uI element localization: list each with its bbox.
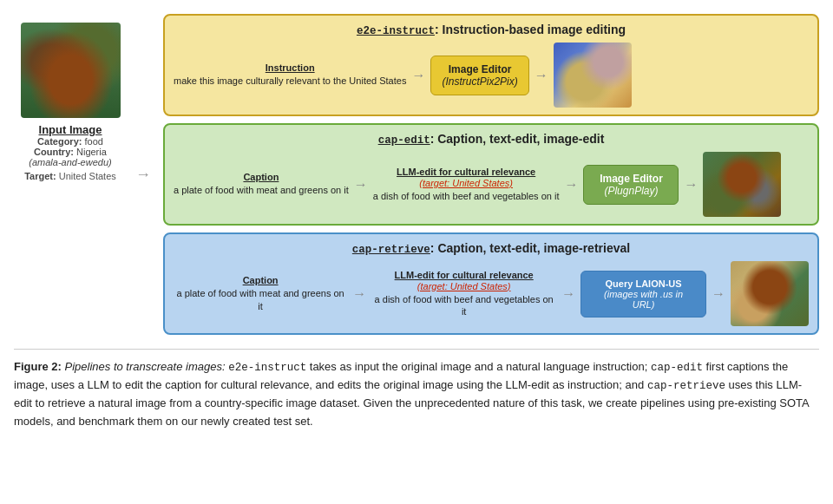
- e2e-editor-title: Image Editor: [442, 63, 517, 75]
- pipelines-column: e2e-instruct: Instruction-based image ed…: [163, 14, 819, 335]
- target-line: Target: United States: [24, 171, 116, 181]
- country-line: Country: Nigeria: [24, 147, 116, 157]
- cap-edit-llm-target: (target: United States): [419, 178, 513, 188]
- cap-edit-arrow1: →: [354, 177, 368, 193]
- cap-edit-subtitle-text: : Caption, text-edit, image-edit: [430, 132, 605, 146]
- cap-retrieve-llm-target: (target: United States): [417, 281, 511, 291]
- amala-line: (amala-and-ewedu): [24, 157, 116, 167]
- cap-retrieve-query-box: Query LAION-US (images with .us in URL): [580, 271, 706, 317]
- cap-retrieve-pipeline-content: Caption a plate of food with meat and gr…: [174, 261, 809, 326]
- cap-retrieve-caption-step: Caption a plate of food with meat and gr…: [174, 275, 347, 312]
- cap-edit-editor-box: Image Editor (PlugnPlay): [583, 165, 679, 205]
- input-arrow: →: [135, 14, 154, 335]
- figure-number: Figure 2:: [14, 360, 62, 373]
- cap-retrieve-query-text: (images with .us in URL): [592, 289, 695, 310]
- cap-edit-pipeline-content: Caption a plate of food with meat and gr…: [174, 152, 809, 217]
- cap-retrieve-llm-box: LLM-edit for cultural relevance (target:…: [371, 270, 556, 318]
- cap-retrieve-subtitle-text: : Caption, text-edit, image-retrieval: [430, 241, 630, 255]
- caption-cap-retrieve-ref: cap-retrieve: [647, 380, 725, 392]
- cap-edit-arrow2: →: [564, 177, 578, 193]
- e2e-editor-subtitle: (InstructPix2Pix): [442, 75, 517, 88]
- cap-edit-caption-label: Caption: [243, 172, 279, 182]
- input-image-title: Input Image: [24, 123, 116, 136]
- cap-edit-editor-title: Image Editor: [594, 173, 667, 185]
- cap-edit-llm-title: LLM-edit for cultural relevance: [397, 167, 535, 177]
- category-line: Category: food: [24, 136, 116, 147]
- cap-edit-arrow3: →: [684, 177, 698, 193]
- e2e-output-image: [554, 43, 632, 108]
- e2e-editor-box: Image Editor (InstructPix2Pix): [430, 56, 528, 95]
- e2e-subtitle-text: : Instruction-based image editing: [435, 23, 626, 36]
- cap-edit-method-name: cap-edit: [378, 134, 430, 147]
- cap-retrieve-llm-title: LLM-edit for cultural relevance: [395, 270, 534, 280]
- e2e-pipeline-panel: e2e-instruct: Instruction-based image ed…: [163, 14, 819, 116]
- figure-caption: Figure 2: Pipelines to transcreate image…: [14, 349, 819, 431]
- cap-retrieve-output-image: [731, 261, 809, 326]
- caption-cap-edit-ref: cap-edit: [651, 362, 703, 374]
- cap-retrieve-caption-label: Caption: [243, 275, 279, 285]
- e2e-pipeline-title: e2e-instruct: Instruction-based image ed…: [174, 23, 809, 37]
- cap-edit-pipeline-panel: cap-edit: Caption, text-edit, image-edit…: [163, 123, 819, 226]
- input-right-arrow: →: [135, 166, 151, 184]
- cap-retrieve-arrow1: →: [352, 286, 366, 302]
- e2e-method-name: e2e-instruct: [357, 25, 435, 37]
- cap-retrieve-pipeline-title: cap-retrieve: Caption, text-edit, image-…: [174, 241, 809, 256]
- e2e-instruction-text: make this image culturally relevant to t…: [174, 75, 406, 87]
- e2e-instruction-step: Instruction make this image culturally r…: [174, 62, 406, 87]
- cap-edit-caption-step: Caption a plate of food with meat and gr…: [174, 172, 349, 196]
- cap-edit-llm-text: a dish of food with beef and vegetables …: [373, 190, 560, 202]
- cap-retrieve-pipeline-panel: cap-retrieve: Caption, text-edit, image-…: [163, 232, 819, 335]
- cap-retrieve-arrow2: →: [561, 286, 575, 302]
- cap-retrieve-caption-text: a plate of food with meat and greens on …: [174, 287, 347, 312]
- cap-edit-llm-box: LLM-edit for cultural relevance (target:…: [373, 167, 560, 202]
- diagram-area: Input Image Category: food Country: Nige…: [14, 14, 819, 335]
- e2e-arrow1: →: [411, 68, 425, 83]
- food-image: [21, 23, 121, 118]
- main-container: Input Image Category: food Country: Nige…: [14, 14, 819, 431]
- input-image-column: Input Image Category: food Country: Nige…: [14, 14, 127, 335]
- cap-edit-editor-subtitle: (PlugnPlay): [594, 185, 667, 197]
- input-image-label: Input Image Category: food Country: Nige…: [24, 123, 116, 181]
- input-image-box: [21, 23, 121, 118]
- cap-retrieve-query-title: Query LAION-US: [592, 278, 695, 289]
- cap-edit-pipeline-title: cap-edit: Caption, text-edit, image-edit: [174, 132, 809, 147]
- e2e-arrow2: →: [535, 68, 548, 83]
- caption-italic-title: Pipelines to transcreate images:: [65, 360, 226, 373]
- cap-retrieve-arrow3: →: [712, 286, 725, 302]
- cap-retrieve-llm-text: a dish of food with beef and vegetables …: [371, 293, 556, 318]
- cap-edit-caption-text: a plate of food with meat and greens on …: [174, 184, 349, 196]
- caption-e2e-ref: e2e-instruct: [228, 362, 306, 374]
- e2e-instruction-label: Instruction: [266, 62, 315, 73]
- cap-retrieve-method-name: cap-retrieve: [352, 244, 430, 256]
- cap-edit-output-image: [703, 152, 781, 217]
- e2e-pipeline-content: Instruction make this image culturally r…: [174, 43, 809, 108]
